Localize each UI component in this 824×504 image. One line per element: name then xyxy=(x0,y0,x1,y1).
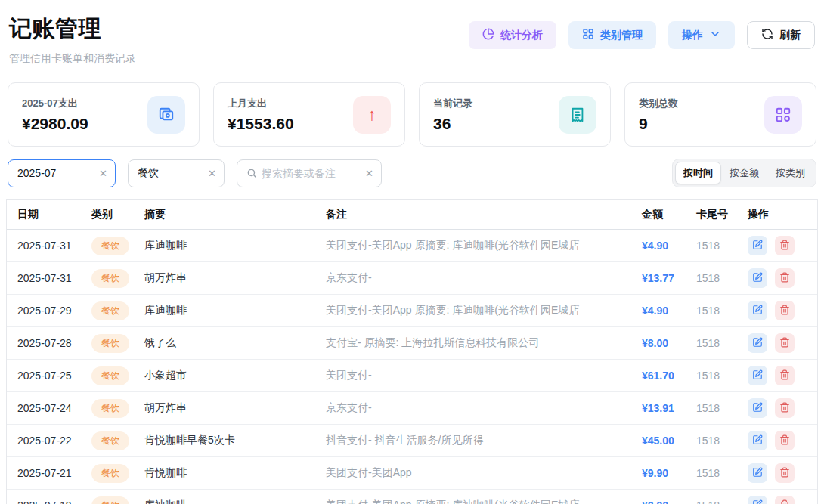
row-summary: 胡万炸串 xyxy=(144,271,326,285)
clear-month-icon[interactable]: ✕ xyxy=(94,168,107,179)
clear-category-icon[interactable]: ✕ xyxy=(203,168,216,179)
delete-button[interactable] xyxy=(775,398,795,418)
sort-by-amount[interactable]: 按金额 xyxy=(721,162,767,184)
table-body: 2025-07-31 餐饮 库迪咖啡 美团支付-美团App 原摘要: 库迪咖啡(… xyxy=(7,230,817,504)
category-badge: 餐饮 xyxy=(91,366,129,385)
category-badge: 餐饮 xyxy=(91,464,129,483)
delete-button[interactable] xyxy=(775,431,795,450)
edit-pencil-icon xyxy=(752,272,763,285)
edit-button[interactable] xyxy=(748,268,767,288)
row-amount: ¥4.90 xyxy=(642,305,696,317)
search-icon xyxy=(246,168,257,178)
category-badge: 餐饮 xyxy=(91,237,129,255)
edit-pencil-icon xyxy=(752,402,763,415)
row-date: 2025-07-19 xyxy=(7,499,91,504)
page-subtitle: 管理信用卡账单和消费记录 xyxy=(9,52,136,66)
toolbar: 统计分析 类别管理 操作 刷新 xyxy=(469,21,815,49)
stat-label: 上月支出 xyxy=(228,97,294,110)
row-card-tail: 1518 xyxy=(696,240,748,252)
row-actions xyxy=(748,431,817,450)
edit-button[interactable] xyxy=(748,463,767,483)
row-summary: 肯悦咖啡早餐5次卡 xyxy=(144,434,326,447)
category-management-button[interactable]: 类别管理 xyxy=(568,21,656,49)
edit-button[interactable] xyxy=(748,398,767,418)
row-card-tail: 1518 xyxy=(696,272,748,284)
stat-cards: 2025-07支出 ¥2980.09 上月支出 ¥1553.60 ↑ 当前记录 … xyxy=(8,82,816,147)
row-amount: ¥61.70 xyxy=(642,369,696,382)
sort-by-time[interactable]: 按时间 xyxy=(675,162,721,184)
stat-value: 36 xyxy=(433,115,472,133)
header-date: 日期 xyxy=(7,208,91,221)
header-note: 备注 xyxy=(326,208,642,221)
row-summary: 库迪咖啡 xyxy=(144,499,326,504)
row-category: 餐饮 xyxy=(91,301,144,320)
transactions-table: 日期 类别 摘要 备注 金额 卡尾号 操作 2025-07-31 餐饮 库迪咖啡… xyxy=(6,199,818,504)
edit-pencil-icon xyxy=(752,499,763,504)
trash-icon xyxy=(779,240,790,252)
wallet-cards-icon xyxy=(147,96,185,134)
row-summary: 库迪咖啡 xyxy=(144,304,326,317)
table-row: 2025-07-19 餐饮 库迪咖啡 美团支付-美团App 原摘要: 库迪咖啡(… xyxy=(7,490,817,504)
delete-button[interactable] xyxy=(775,333,795,353)
row-note: 京东支付- xyxy=(326,401,642,415)
stat-card-month-expense: 2025-07支出 ¥2980.09 xyxy=(8,82,200,147)
row-card-tail: 1518 xyxy=(696,337,748,349)
month-filter: ✕ xyxy=(8,159,116,187)
trash-icon xyxy=(779,272,790,285)
edit-button[interactable] xyxy=(748,236,767,255)
category-badge: 餐饮 xyxy=(91,269,129,288)
refresh-button[interactable]: 刷新 xyxy=(747,21,815,49)
row-note: 美团支付-美团App 原摘要: 库迪咖啡(光谷软件园E城店 xyxy=(326,304,642,317)
category-badge: 餐饮 xyxy=(91,301,129,320)
edit-button[interactable] xyxy=(748,366,767,385)
filter-bar: ✕ ✕ ✕ 按时间 按金额 按类别 xyxy=(8,159,816,187)
edit-pencil-icon xyxy=(752,369,763,382)
row-date: 2025-07-21 xyxy=(7,467,91,479)
row-card-tail: 1518 xyxy=(696,402,748,414)
edit-button[interactable] xyxy=(748,431,767,450)
row-date: 2025-07-31 xyxy=(7,240,91,252)
row-amount: ¥13.91 xyxy=(642,402,696,414)
row-card-tail: 1518 xyxy=(696,305,748,317)
clear-search-icon[interactable]: ✕ xyxy=(361,168,373,179)
delete-button[interactable] xyxy=(775,268,795,288)
month-filter-input[interactable] xyxy=(17,167,94,179)
edit-button[interactable] xyxy=(748,333,767,353)
edit-button[interactable] xyxy=(748,301,767,320)
header-category: 类别 xyxy=(91,208,144,221)
category-badge: 餐饮 xyxy=(91,496,129,504)
row-category: 餐饮 xyxy=(91,464,144,483)
row-note: 京东支付- xyxy=(326,271,642,285)
category-badge: 餐饮 xyxy=(91,334,129,353)
trash-icon xyxy=(779,434,790,447)
row-card-tail: 1518 xyxy=(696,434,748,447)
stat-label: 类别总数 xyxy=(639,97,678,110)
row-amount: ¥8.00 xyxy=(642,337,696,349)
header-amount: 金额 xyxy=(642,208,696,221)
category-filter-input[interactable] xyxy=(138,167,203,179)
stats-analysis-button[interactable]: 统计分析 xyxy=(469,21,556,49)
trash-icon xyxy=(779,402,790,415)
sort-by-category[interactable]: 按类别 xyxy=(767,162,813,184)
row-summary: 胡万炸串 xyxy=(144,401,326,415)
edit-button[interactable] xyxy=(748,496,767,504)
receipt-icon xyxy=(559,96,596,134)
row-amount: ¥13.77 xyxy=(642,272,696,284)
delete-button[interactable] xyxy=(775,366,795,385)
actions-dropdown-button[interactable]: 操作 xyxy=(668,21,735,49)
stat-label: 当前记录 xyxy=(433,97,472,110)
row-category: 餐饮 xyxy=(91,269,144,288)
stat-text: 当前记录 36 xyxy=(433,97,472,133)
search-input[interactable] xyxy=(262,167,356,179)
row-note: 支付宝- 原摘要: 上海拉扎斯信息科技有限公司 xyxy=(326,336,642,350)
edit-pencil-icon xyxy=(752,337,763,350)
delete-button[interactable] xyxy=(775,236,795,255)
stat-value: ¥2980.09 xyxy=(22,115,88,133)
delete-button[interactable] xyxy=(775,496,795,504)
delete-button[interactable] xyxy=(775,301,795,320)
delete-button[interactable] xyxy=(775,463,795,483)
row-note: 美团支付-美团App 原摘要: 库迪咖啡(光谷软件园E城店 xyxy=(326,499,642,504)
row-amount: ¥9.90 xyxy=(642,467,696,479)
row-card-tail: 1518 xyxy=(696,467,748,479)
stat-card-record-count: 当前记录 36 xyxy=(419,82,611,147)
